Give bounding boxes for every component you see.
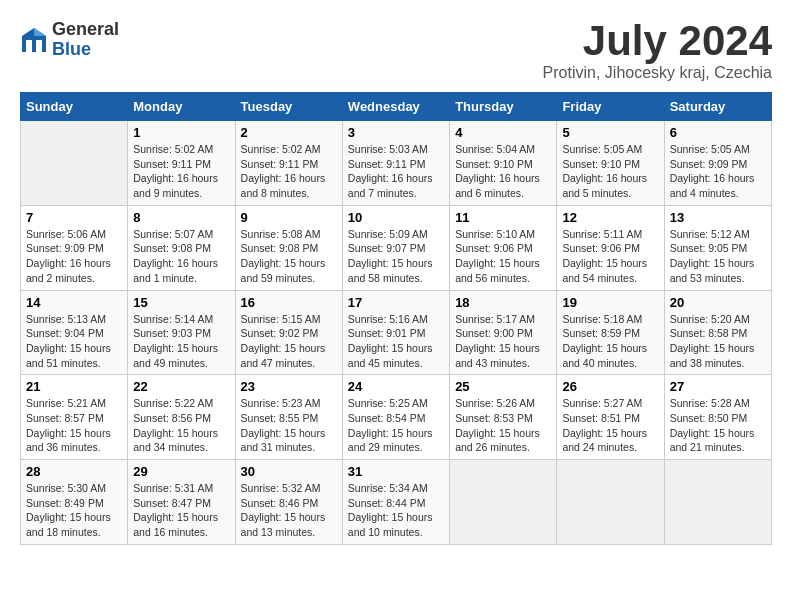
day-info: Sunrise: 5:20 AMSunset: 8:58 PMDaylight:…	[670, 312, 766, 371]
calendar-cell: 11Sunrise: 5:10 AMSunset: 9:06 PMDayligh…	[450, 205, 557, 290]
calendar-cell: 9Sunrise: 5:08 AMSunset: 9:08 PMDaylight…	[235, 205, 342, 290]
day-number: 5	[562, 125, 658, 140]
logo-icon	[20, 26, 48, 54]
day-info: Sunrise: 5:26 AMSunset: 8:53 PMDaylight:…	[455, 396, 551, 455]
day-info: Sunrise: 5:09 AMSunset: 9:07 PMDaylight:…	[348, 227, 444, 286]
day-number: 27	[670, 379, 766, 394]
calendar-cell: 5Sunrise: 5:05 AMSunset: 9:10 PMDaylight…	[557, 121, 664, 206]
calendar-cell	[450, 460, 557, 545]
day-info: Sunrise: 5:31 AMSunset: 8:47 PMDaylight:…	[133, 481, 229, 540]
calendar-cell: 22Sunrise: 5:22 AMSunset: 8:56 PMDayligh…	[128, 375, 235, 460]
day-info: Sunrise: 5:04 AMSunset: 9:10 PMDaylight:…	[455, 142, 551, 201]
calendar-cell: 23Sunrise: 5:23 AMSunset: 8:55 PMDayligh…	[235, 375, 342, 460]
calendar-cell: 12Sunrise: 5:11 AMSunset: 9:06 PMDayligh…	[557, 205, 664, 290]
day-info: Sunrise: 5:03 AMSunset: 9:11 PMDaylight:…	[348, 142, 444, 201]
day-number: 26	[562, 379, 658, 394]
day-info: Sunrise: 5:25 AMSunset: 8:54 PMDaylight:…	[348, 396, 444, 455]
day-number: 10	[348, 210, 444, 225]
day-info: Sunrise: 5:32 AMSunset: 8:46 PMDaylight:…	[241, 481, 337, 540]
day-info: Sunrise: 5:05 AMSunset: 9:10 PMDaylight:…	[562, 142, 658, 201]
day-info: Sunrise: 5:34 AMSunset: 8:44 PMDaylight:…	[348, 481, 444, 540]
calendar-cell: 15Sunrise: 5:14 AMSunset: 9:03 PMDayligh…	[128, 290, 235, 375]
calendar-cell	[21, 121, 128, 206]
calendar-week-3: 14Sunrise: 5:13 AMSunset: 9:04 PMDayligh…	[21, 290, 772, 375]
calendar-cell: 16Sunrise: 5:15 AMSunset: 9:02 PMDayligh…	[235, 290, 342, 375]
calendar-week-4: 21Sunrise: 5:21 AMSunset: 8:57 PMDayligh…	[21, 375, 772, 460]
calendar-cell	[557, 460, 664, 545]
day-info: Sunrise: 5:02 AMSunset: 9:11 PMDaylight:…	[241, 142, 337, 201]
day-number: 4	[455, 125, 551, 140]
logo: General Blue	[20, 20, 119, 60]
calendar-cell	[664, 460, 771, 545]
day-number: 15	[133, 295, 229, 310]
weekday-header-thursday: Thursday	[450, 93, 557, 121]
day-number: 3	[348, 125, 444, 140]
calendar-cell: 24Sunrise: 5:25 AMSunset: 8:54 PMDayligh…	[342, 375, 449, 460]
day-number: 16	[241, 295, 337, 310]
calendar-week-1: 1Sunrise: 5:02 AMSunset: 9:11 PMDaylight…	[21, 121, 772, 206]
day-number: 22	[133, 379, 229, 394]
svg-marker-1	[34, 28, 46, 36]
day-number: 29	[133, 464, 229, 479]
day-info: Sunrise: 5:23 AMSunset: 8:55 PMDaylight:…	[241, 396, 337, 455]
day-number: 1	[133, 125, 229, 140]
weekday-header-tuesday: Tuesday	[235, 93, 342, 121]
calendar-cell: 29Sunrise: 5:31 AMSunset: 8:47 PMDayligh…	[128, 460, 235, 545]
day-number: 17	[348, 295, 444, 310]
calendar-cell: 8Sunrise: 5:07 AMSunset: 9:08 PMDaylight…	[128, 205, 235, 290]
calendar-week-2: 7Sunrise: 5:06 AMSunset: 9:09 PMDaylight…	[21, 205, 772, 290]
day-number: 21	[26, 379, 122, 394]
calendar-cell: 19Sunrise: 5:18 AMSunset: 8:59 PMDayligh…	[557, 290, 664, 375]
day-info: Sunrise: 5:10 AMSunset: 9:06 PMDaylight:…	[455, 227, 551, 286]
day-number: 24	[348, 379, 444, 394]
weekday-header-friday: Friday	[557, 93, 664, 121]
calendar-cell: 1Sunrise: 5:02 AMSunset: 9:11 PMDaylight…	[128, 121, 235, 206]
calendar-cell: 21Sunrise: 5:21 AMSunset: 8:57 PMDayligh…	[21, 375, 128, 460]
day-info: Sunrise: 5:12 AMSunset: 9:05 PMDaylight:…	[670, 227, 766, 286]
day-info: Sunrise: 5:07 AMSunset: 9:08 PMDaylight:…	[133, 227, 229, 286]
calendar-cell: 27Sunrise: 5:28 AMSunset: 8:50 PMDayligh…	[664, 375, 771, 460]
day-number: 14	[26, 295, 122, 310]
day-info: Sunrise: 5:30 AMSunset: 8:49 PMDaylight:…	[26, 481, 122, 540]
day-info: Sunrise: 5:02 AMSunset: 9:11 PMDaylight:…	[133, 142, 229, 201]
day-info: Sunrise: 5:28 AMSunset: 8:50 PMDaylight:…	[670, 396, 766, 455]
calendar-table: SundayMondayTuesdayWednesdayThursdayFrid…	[20, 92, 772, 545]
day-number: 8	[133, 210, 229, 225]
page-header: General Blue July 2024 Protivin, Jihoces…	[20, 20, 772, 82]
day-info: Sunrise: 5:27 AMSunset: 8:51 PMDaylight:…	[562, 396, 658, 455]
day-info: Sunrise: 5:06 AMSunset: 9:09 PMDaylight:…	[26, 227, 122, 286]
day-info: Sunrise: 5:13 AMSunset: 9:04 PMDaylight:…	[26, 312, 122, 371]
day-info: Sunrise: 5:16 AMSunset: 9:01 PMDaylight:…	[348, 312, 444, 371]
day-info: Sunrise: 5:22 AMSunset: 8:56 PMDaylight:…	[133, 396, 229, 455]
calendar-cell: 20Sunrise: 5:20 AMSunset: 8:58 PMDayligh…	[664, 290, 771, 375]
weekday-header-wednesday: Wednesday	[342, 93, 449, 121]
calendar-cell: 2Sunrise: 5:02 AMSunset: 9:11 PMDaylight…	[235, 121, 342, 206]
title-block: July 2024 Protivin, Jihocesky kraj, Czec…	[543, 20, 772, 82]
logo-blue: Blue	[52, 40, 119, 60]
day-info: Sunrise: 5:15 AMSunset: 9:02 PMDaylight:…	[241, 312, 337, 371]
day-number: 11	[455, 210, 551, 225]
calendar-cell: 6Sunrise: 5:05 AMSunset: 9:09 PMDaylight…	[664, 121, 771, 206]
calendar-cell: 7Sunrise: 5:06 AMSunset: 9:09 PMDaylight…	[21, 205, 128, 290]
day-number: 31	[348, 464, 444, 479]
day-number: 19	[562, 295, 658, 310]
calendar-cell: 17Sunrise: 5:16 AMSunset: 9:01 PMDayligh…	[342, 290, 449, 375]
day-number: 25	[455, 379, 551, 394]
calendar-cell: 25Sunrise: 5:26 AMSunset: 8:53 PMDayligh…	[450, 375, 557, 460]
calendar-cell: 13Sunrise: 5:12 AMSunset: 9:05 PMDayligh…	[664, 205, 771, 290]
weekday-header-row: SundayMondayTuesdayWednesdayThursdayFrid…	[21, 93, 772, 121]
calendar-cell: 4Sunrise: 5:04 AMSunset: 9:10 PMDaylight…	[450, 121, 557, 206]
day-info: Sunrise: 5:14 AMSunset: 9:03 PMDaylight:…	[133, 312, 229, 371]
weekday-header-sunday: Sunday	[21, 93, 128, 121]
weekday-header-monday: Monday	[128, 93, 235, 121]
day-number: 7	[26, 210, 122, 225]
calendar-cell: 14Sunrise: 5:13 AMSunset: 9:04 PMDayligh…	[21, 290, 128, 375]
day-number: 28	[26, 464, 122, 479]
day-info: Sunrise: 5:05 AMSunset: 9:09 PMDaylight:…	[670, 142, 766, 201]
day-number: 9	[241, 210, 337, 225]
day-info: Sunrise: 5:08 AMSunset: 9:08 PMDaylight:…	[241, 227, 337, 286]
day-info: Sunrise: 5:17 AMSunset: 9:00 PMDaylight:…	[455, 312, 551, 371]
day-number: 6	[670, 125, 766, 140]
day-info: Sunrise: 5:11 AMSunset: 9:06 PMDaylight:…	[562, 227, 658, 286]
calendar-cell: 30Sunrise: 5:32 AMSunset: 8:46 PMDayligh…	[235, 460, 342, 545]
